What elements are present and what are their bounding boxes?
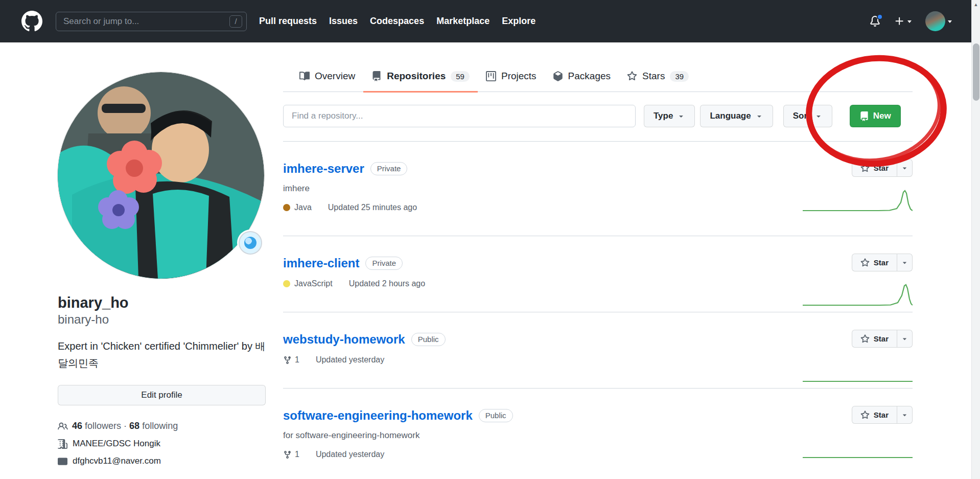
package-icon	[553, 71, 563, 81]
language-dot	[283, 204, 290, 211]
star-label: Star	[874, 410, 889, 419]
updated-text: Updated 25 minutes ago	[328, 203, 417, 212]
triangle-down-icon	[677, 112, 685, 120]
tab-label: Projects	[501, 71, 536, 82]
nav-link-issues[interactable]: Issues	[329, 16, 358, 27]
notification-unread-dot	[877, 14, 883, 20]
github-logo-icon[interactable]	[21, 11, 42, 32]
organization-name: MANEE/GDSC Hongik	[73, 439, 160, 449]
nav-link-pull-requests[interactable]: Pull requests	[259, 16, 317, 27]
followers-label: followers	[85, 421, 121, 431]
main-content: Overview Repositories 59 Projects Packag…	[283, 42, 913, 479]
following-count: 68	[129, 421, 139, 431]
repository-filters: Type Language Sort New	[283, 105, 913, 127]
scrollbar[interactable]: ▲	[971, 0, 980, 479]
user-menu-button[interactable]	[925, 11, 952, 31]
organization-icon	[58, 439, 67, 449]
scrollbar-thumb[interactable]	[973, 43, 979, 101]
global-nav-links: Pull requests Issues Codespaces Marketpl…	[259, 16, 535, 27]
tab-stars[interactable]: Stars 39	[619, 61, 697, 93]
email-text: dfghcvb11@naver.com	[73, 456, 161, 466]
activity-graph	[803, 282, 913, 309]
new-repository-button[interactable]: New	[850, 105, 901, 127]
language-name: JavaScript	[294, 279, 333, 288]
plus-icon	[894, 16, 905, 27]
updated-text: Updated yesterday	[316, 355, 384, 364]
activity-graph	[803, 434, 913, 462]
email-item[interactable]: dfghcvb11@naver.com	[58, 456, 266, 466]
repo-side-controls: Star	[803, 406, 913, 462]
triangle-down-icon	[901, 164, 908, 172]
navbar-avatar	[925, 11, 945, 31]
repo-row: imhere-server Private imhere Java Update…	[283, 142, 913, 236]
repo-row: imhere-client Private JavaScript Updated…	[283, 236, 913, 312]
tab-label: Packages	[568, 71, 611, 82]
repo-icon	[859, 111, 869, 121]
project-icon	[486, 71, 496, 81]
star-icon	[860, 334, 870, 344]
repo-row: webstudy-homework Public 1 Updated yeste…	[283, 312, 913, 389]
triangle-down-icon	[814, 112, 823, 120]
visibility-badge: Private	[370, 162, 408, 175]
updated-text: Updated 2 hours ago	[349, 279, 425, 288]
star-dropdown-button[interactable]	[897, 254, 913, 271]
star-icon	[860, 258, 870, 267]
updated-text: Updated yesterday	[316, 450, 384, 459]
followers-line[interactable]: 46 followers · 68 following	[58, 421, 266, 431]
create-new-menu-button[interactable]	[894, 16, 912, 27]
sort-filter-button[interactable]: Sort	[783, 105, 832, 127]
star-button[interactable]: Star	[852, 406, 897, 424]
star-dropdown-button[interactable]	[897, 406, 913, 424]
tab-projects[interactable]: Projects	[478, 61, 545, 93]
tab-packages[interactable]: Packages	[545, 61, 619, 93]
nav-link-marketplace[interactable]: Marketplace	[436, 16, 489, 27]
chevron-down-icon	[907, 20, 912, 25]
scroll-up-arrow-icon[interactable]: ▲	[972, 0, 980, 9]
profile-username: binary-ho	[58, 312, 266, 327]
profile-sidebar: binary_ho binary-ho Expert in 'Chicken' …	[58, 42, 266, 466]
book-icon	[299, 71, 310, 81]
repo-row: software-engineering-homework Public for…	[283, 389, 913, 479]
star-icon	[627, 71, 637, 81]
notifications-button[interactable]	[870, 16, 880, 27]
tab-repositories[interactable]: Repositories 59	[363, 61, 478, 93]
star-dropdown-button[interactable]	[897, 159, 913, 177]
mail-icon	[58, 457, 67, 466]
repo-link[interactable]: webstudy-homework	[283, 332, 405, 347]
profile-avatar[interactable]	[58, 72, 264, 279]
star-dropdown-button[interactable]	[897, 330, 913, 348]
profile-tabs: Overview Repositories 59 Projects Packag…	[283, 42, 913, 92]
type-filter-button[interactable]: Type	[644, 105, 695, 127]
status-emoji-badge[interactable]	[239, 231, 262, 255]
star-label: Star	[874, 258, 889, 267]
fork-count-link[interactable]: 1	[283, 450, 299, 459]
repo-side-controls: Star	[803, 254, 913, 309]
star-button[interactable]: Star	[852, 330, 897, 348]
profile-avatar-wrapper	[58, 72, 264, 279]
star-label: Star	[874, 334, 889, 343]
star-button[interactable]: Star	[852, 159, 897, 177]
organization-item[interactable]: MANEE/GDSC Hongik	[58, 439, 266, 449]
edit-profile-button[interactable]: Edit profile	[58, 385, 266, 405]
nav-link-explore[interactable]: Explore	[502, 16, 535, 27]
language-filter-label: Language	[710, 111, 751, 121]
triangle-down-icon	[901, 259, 908, 266]
repo-side-controls: Star	[803, 330, 913, 385]
visibility-badge: Public	[479, 409, 513, 422]
repo-link[interactable]: software-engineering-homework	[283, 408, 473, 423]
tab-overview[interactable]: Overview	[291, 61, 363, 93]
followers-count: 46	[72, 421, 82, 431]
repo-link[interactable]: imhere-server	[283, 161, 364, 176]
find-repository-input[interactable]	[283, 105, 636, 127]
star-count-badge: 39	[670, 71, 689, 82]
star-button[interactable]: Star	[852, 254, 897, 271]
fork-count-link[interactable]: 1	[283, 355, 299, 364]
visibility-badge: Private	[365, 257, 403, 270]
language-filter-button[interactable]: Language	[700, 105, 773, 127]
global-search-input[interactable]	[56, 12, 247, 31]
fork-count: 1	[295, 450, 299, 459]
dot-separator: ·	[124, 421, 127, 431]
repo-link[interactable]: imhere-client	[283, 256, 359, 271]
fork-count: 1	[295, 355, 299, 364]
nav-link-codespaces[interactable]: Codespaces	[370, 16, 424, 27]
